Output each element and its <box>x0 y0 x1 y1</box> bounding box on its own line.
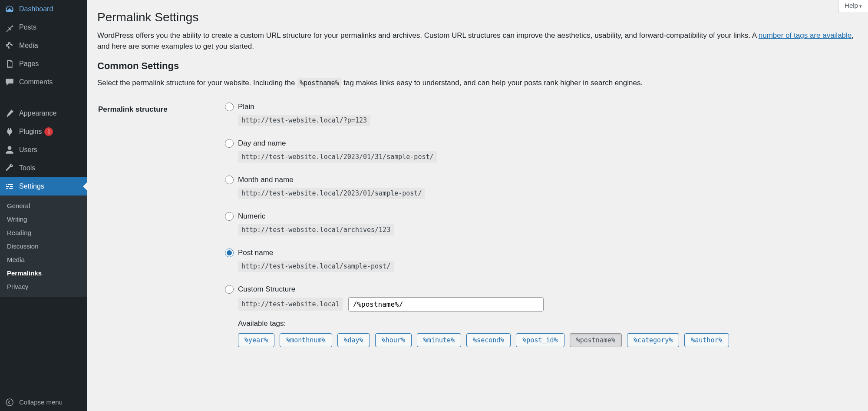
radio-post-name[interactable] <box>225 249 234 257</box>
radio-custom[interactable] <box>225 285 234 294</box>
sidebar-label: Users <box>19 146 37 154</box>
collapse-menu-button[interactable]: Collapse menu <box>0 393 87 411</box>
radio-post-name-label[interactable]: Post name <box>238 249 273 257</box>
collapse-label: Collapse menu <box>19 398 63 406</box>
svg-point-0 <box>6 399 13 406</box>
sidebar-item-media[interactable]: Media <box>0 36 87 55</box>
sidebar-label: Appearance <box>19 109 56 117</box>
available-tags-label: Available tags: <box>238 319 852 328</box>
user-icon <box>4 145 15 155</box>
option-plain: Plain http://test-website.local/?p=123 <box>225 103 852 126</box>
sidebar-item-users[interactable]: Users <box>0 141 87 159</box>
pin-icon <box>4 22 15 33</box>
media-icon <box>4 40 15 51</box>
sidebar-item-pages[interactable]: Pages <box>0 55 87 73</box>
common-settings-heading: Common Settings <box>97 60 858 72</box>
submenu-writing[interactable]: Writing <box>0 212 87 226</box>
postname-code: %postname% <box>297 78 341 88</box>
plugins-badge: 1 <box>44 127 53 136</box>
option-day-name: Day and name http://test-website.local/2… <box>225 139 852 162</box>
tag-button[interactable]: %year% <box>238 333 274 347</box>
radio-numeric[interactable] <box>225 212 234 221</box>
radio-plain-label[interactable]: Plain <box>238 103 254 111</box>
page-title: Permalink Settings <box>97 10 858 24</box>
radio-day-name[interactable] <box>225 139 234 148</box>
sidebar-label: Comments <box>19 78 53 86</box>
comments-icon <box>4 77 15 87</box>
submenu-media[interactable]: Media <box>0 253 87 266</box>
custom-url-prefix: http://test-website.local <box>238 298 343 311</box>
tag-button[interactable]: %postname% <box>570 333 622 347</box>
brush-icon <box>4 108 15 119</box>
menu-separator <box>0 91 87 104</box>
tags-available-link[interactable]: number of tags are available <box>759 31 852 40</box>
sidebar-item-tools[interactable]: Tools <box>0 159 87 177</box>
sidebar-label: Settings <box>19 182 44 190</box>
submenu-discussion[interactable]: Discussion <box>0 239 87 253</box>
submenu-privacy[interactable]: Privacy <box>0 280 87 293</box>
tag-button[interactable]: %author% <box>684 333 729 347</box>
sidebar-item-appearance[interactable]: Appearance <box>0 104 87 123</box>
tag-button[interactable]: %post_id% <box>516 333 564 347</box>
pages-icon <box>4 59 15 69</box>
submenu-general[interactable]: General <box>0 199 87 212</box>
example-month-name: http://test-website.local/2023/01/sample… <box>238 188 425 199</box>
settings-submenu: General Writing Reading Discussion Media… <box>0 196 87 297</box>
option-post-name: Post name http://test-website.local/samp… <box>225 249 852 272</box>
sidebar-label: Dashboard <box>19 5 53 13</box>
available-tags-row: %year%%monthnum%%day%%hour%%minute%%seco… <box>238 333 852 347</box>
collapse-icon <box>4 397 15 408</box>
wrench-icon <box>4 163 15 173</box>
tag-button[interactable]: %category% <box>627 333 679 347</box>
sidebar-label: Posts <box>19 23 36 31</box>
example-post-name: http://test-website.local/sample-post/ <box>238 261 394 272</box>
sidebar-item-dashboard[interactable]: Dashboard <box>0 0 87 18</box>
submenu-reading[interactable]: Reading <box>0 226 87 239</box>
sidebar-label: Tools <box>19 164 35 172</box>
plug-icon <box>4 126 15 137</box>
example-plain: http://test-website.local/?p=123 <box>238 115 370 126</box>
radio-day-name-label[interactable]: Day and name <box>238 139 286 148</box>
sliders-icon <box>4 181 15 192</box>
option-numeric: Numeric http://test-website.local/archiv… <box>225 212 852 235</box>
option-month-name: Month and name http://test-website.local… <box>225 176 852 199</box>
radio-plain[interactable] <box>225 103 234 111</box>
option-custom: Custom Structure http://test-website.loc… <box>225 285 852 347</box>
custom-structure-input[interactable] <box>348 297 544 312</box>
sidebar-label: Plugins <box>19 128 42 136</box>
radio-month-name[interactable] <box>225 176 234 184</box>
tag-button[interactable]: %monthnum% <box>280 333 332 347</box>
common-text-1: Select the permalink structure for your … <box>97 79 297 87</box>
sidebar-item-posts[interactable]: Posts <box>0 18 87 36</box>
admin-sidebar: Dashboard Posts Media Pages Comments App… <box>0 0 87 411</box>
intro-text-1: WordPress offers you the ability to crea… <box>97 31 759 40</box>
sidebar-label: Media <box>19 42 38 50</box>
submenu-permalinks[interactable]: Permalinks <box>0 266 87 280</box>
example-numeric: http://test-website.local/archives/123 <box>238 224 394 235</box>
tag-button[interactable]: %hour% <box>375 333 412 347</box>
sidebar-label: Pages <box>19 60 39 68</box>
dashboard-icon <box>4 4 15 14</box>
tag-button[interactable]: %second% <box>466 333 511 347</box>
tag-button[interactable]: %day% <box>337 333 370 347</box>
permalink-form-table: Permalink structure Plain http://test-we… <box>97 96 858 366</box>
example-day-name: http://test-website.local/2023/01/31/sam… <box>238 151 437 162</box>
help-tab[interactable]: Help <box>838 0 868 12</box>
radio-month-name-label[interactable]: Month and name <box>238 176 294 184</box>
tag-button[interactable]: %minute% <box>417 333 461 347</box>
intro-paragraph: WordPress offers you the ability to crea… <box>97 30 858 52</box>
common-text-2: tag makes links easy to understand, and … <box>343 79 643 87</box>
permalink-structure-label: Permalink structure <box>98 97 220 365</box>
radio-numeric-label[interactable]: Numeric <box>238 212 265 221</box>
radio-custom-label[interactable]: Custom Structure <box>238 285 295 294</box>
common-settings-paragraph: Select the permalink structure for your … <box>97 78 858 89</box>
sidebar-item-comments[interactable]: Comments <box>0 73 87 91</box>
sidebar-item-settings[interactable]: Settings <box>0 177 87 196</box>
sidebar-item-plugins[interactable]: Plugins 1 <box>0 123 87 141</box>
main-content: Help Permalink Settings WordPress offers… <box>87 0 868 366</box>
